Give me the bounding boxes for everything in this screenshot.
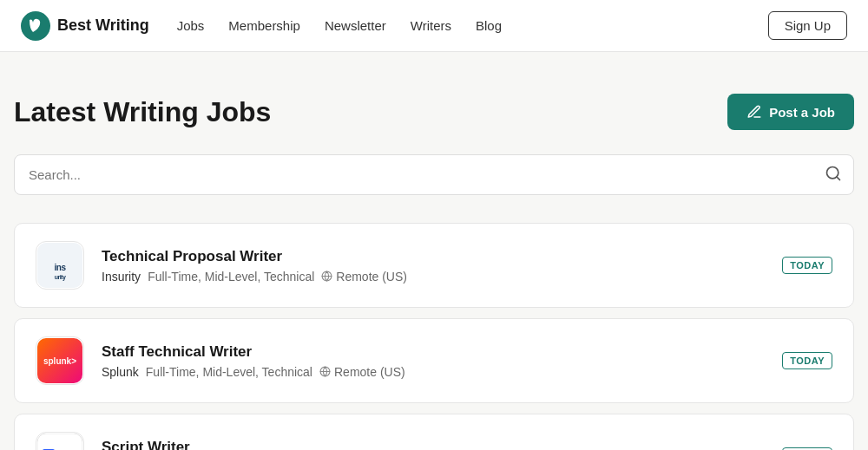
job-meta-2: Splunk Full-Time, Mid-Level, Technical R…	[102, 365, 765, 379]
splunk-logo-svg: splunk>	[37, 338, 82, 383]
company-logo-splunk: splunk>	[36, 336, 84, 385]
svg-text:urity: urity	[55, 274, 66, 281]
job-company-2: Splunk	[102, 365, 139, 379]
job-title-3: Script Writer	[102, 439, 765, 451]
nav-link-writers[interactable]: Writers	[411, 18, 451, 33]
job-meta-1: Insurity Full-Time, Mid-Level, Technical…	[102, 270, 765, 284]
job-card-1[interactable]: ins urity Technical Proposal Writer Insu…	[14, 223, 854, 308]
job-title-1: Technical Proposal Writer	[102, 248, 765, 265]
bloom-logo-svg: b bloom	[37, 434, 82, 450]
nav-link-blog[interactable]: Blog	[476, 18, 502, 33]
company-logo-insurity: ins urity	[36, 241, 84, 290]
nav-link-membership[interactable]: Membership	[228, 18, 300, 33]
location-icon-1	[321, 271, 332, 282]
job-badge-2: TODAY	[782, 352, 832, 369]
job-tags-2: Full-Time, Mid-Level, Technical	[146, 365, 312, 379]
nav-link-newsletter[interactable]: Newsletter	[325, 18, 386, 33]
search-bar	[14, 154, 854, 195]
job-list: ins urity Technical Proposal Writer Insu…	[14, 223, 854, 450]
brand-logo[interactable]: Best Writing	[21, 11, 149, 41]
post-job-label: Post a Job	[769, 105, 835, 120]
job-location-2: Remote (US)	[319, 365, 405, 379]
page-header: Latest Writing Jobs Post a Job	[14, 94, 854, 130]
job-location-text-2: Remote (US)	[334, 365, 405, 379]
job-info-2: Staff Technical Writer Splunk Full-Time,…	[102, 343, 765, 379]
edit-icon	[746, 104, 762, 120]
navbar: Best Writing Jobs Membership Newsletter …	[0, 0, 868, 52]
svg-text:splunk>: splunk>	[43, 356, 76, 366]
location-icon-2	[319, 366, 331, 377]
job-company-1: Insurity	[102, 270, 141, 284]
job-card-2[interactable]: splunk> Staff Technical Writer Splunk Fu…	[14, 318, 854, 403]
search-input[interactable]	[14, 154, 854, 195]
post-job-button[interactable]: Post a Job	[727, 94, 854, 130]
company-logo-bloom: b bloom	[36, 432, 84, 450]
job-badge-1: TODAY	[782, 257, 832, 274]
main-content: Latest Writing Jobs Post a Job ins	[0, 52, 868, 450]
signup-button[interactable]: Sign Up	[768, 11, 847, 40]
nav-links: Jobs Membership Newsletter Writers Blog	[177, 18, 768, 33]
job-location-text-1: Remote (US)	[336, 270, 407, 284]
job-tags-1: Full-Time, Mid-Level, Technical	[148, 270, 314, 284]
job-card-3[interactable]: b bloom Script Writer Bloom Full-Time, M…	[14, 414, 854, 450]
job-title-2: Staff Technical Writer	[102, 343, 765, 361]
job-info-1: Technical Proposal Writer Insurity Full-…	[102, 248, 765, 284]
logo-icon	[21, 11, 50, 41]
insurity-logo-svg: ins urity	[37, 243, 82, 288]
page-title: Latest Writing Jobs	[14, 96, 271, 128]
job-location-1: Remote (US)	[321, 270, 407, 284]
nav-link-jobs[interactable]: Jobs	[177, 18, 205, 33]
job-info-3: Script Writer Bloom Full-Time, Mid-Level…	[102, 439, 765, 451]
svg-text:ins: ins	[55, 263, 67, 272]
svg-rect-12	[37, 434, 82, 450]
brand-name: Best Writing	[57, 16, 149, 35]
